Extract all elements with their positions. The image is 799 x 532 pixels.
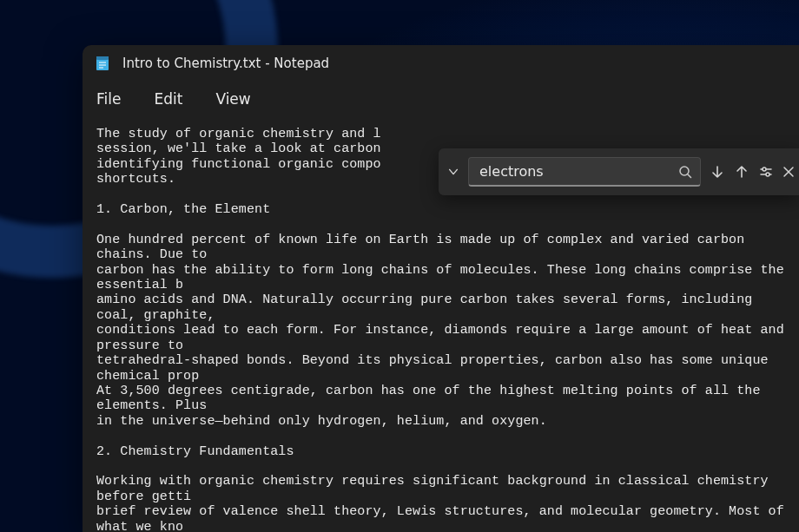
search-icon[interactable] — [677, 164, 693, 180]
svg-line-6 — [688, 174, 691, 178]
find-options-button[interactable] — [758, 156, 774, 187]
window-title: Intro to Chemistry.txt - Notepad — [122, 56, 329, 71]
heading: 2. Chemistry Fundamentals — [96, 444, 294, 459]
menu-view[interactable]: View — [215, 90, 250, 108]
svg-rect-1 — [96, 56, 109, 60]
search-field-container — [468, 157, 701, 187]
notepad-window: Intro to Chemistry.txt - Notepad File Ed… — [83, 45, 799, 532]
find-bar — [439, 148, 799, 195]
notepad-app-icon — [95, 56, 110, 71]
heading: 1. Carbon, the Element — [96, 202, 270, 217]
menu-edit[interactable]: Edit — [154, 90, 182, 108]
titlebar[interactable]: Intro to Chemistry.txt - Notepad — [83, 45, 799, 82]
svg-point-10 — [766, 173, 769, 176]
close-find-button[interactable] — [782, 156, 795, 187]
paragraph: The study of organic chemistry and l ses… — [96, 127, 381, 187]
paragraph: Working with organic chemistry requires … — [96, 474, 792, 532]
search-input[interactable] — [479, 163, 677, 180]
menu-file[interactable]: File — [96, 90, 121, 108]
menubar: File Edit View — [83, 82, 799, 120]
find-replace-toggle[interactable] — [447, 159, 459, 185]
find-previous-button[interactable] — [734, 156, 749, 187]
paragraph: One hundred percent of known life on Ear… — [96, 233, 792, 429]
find-next-button[interactable] — [710, 156, 725, 187]
svg-point-8 — [763, 167, 766, 171]
